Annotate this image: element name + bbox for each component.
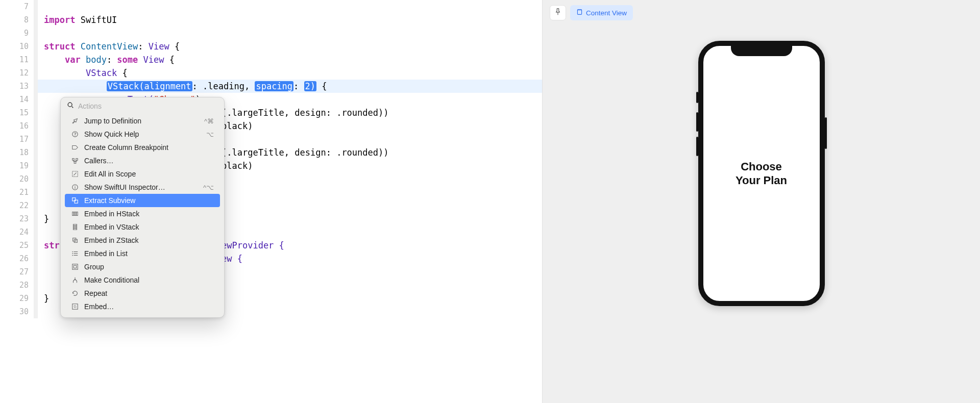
menu-item-label: Embed… <box>84 303 214 311</box>
tok: : <box>293 81 304 91</box>
brace: } <box>44 293 49 304</box>
svg-rect-5 <box>76 159 78 161</box>
line-number: 14 <box>0 93 38 106</box>
menu-search-input[interactable] <box>78 102 218 110</box>
phone-silence-switch <box>696 92 698 103</box>
line-number: 15 <box>0 106 38 119</box>
menu-item[interactable]: Callers… <box>65 154 220 167</box>
svg-rect-13 <box>72 212 74 216</box>
svg-rect-14 <box>75 212 76 216</box>
menu-item-label: Embed in ZStack <box>84 236 214 244</box>
tok: : .leading, <box>192 81 255 91</box>
code-line[interactable] <box>38 0 542 13</box>
code-line[interactable]: import SwiftUI <box>38 13 542 27</box>
menu-item[interactable]: Edit All in Scope <box>65 167 220 181</box>
menu-item-label: Make Conditional <box>84 276 214 284</box>
brace: } <box>44 214 49 224</box>
menu-item[interactable]: Embed… <box>65 300 220 313</box>
keyword: import <box>44 15 75 25</box>
menu-item-label: Create Column Breakpoint <box>84 143 214 152</box>
svg-rect-6 <box>74 162 76 164</box>
menu-item[interactable]: Jump to Definition^⌘ <box>65 114 220 128</box>
line-number: 26 <box>0 252 38 265</box>
selection: 2) <box>304 81 316 91</box>
menu-item-shortcut: ^⌥ <box>203 184 214 191</box>
svg-rect-16 <box>74 224 77 226</box>
line-number: 8 <box>0 13 38 27</box>
edit-scope-icon <box>71 170 79 178</box>
menu-item[interactable]: Embed in HStack <box>65 207 220 220</box>
chip-label: Content View <box>586 9 627 17</box>
line-number: 7 <box>0 0 38 13</box>
type-ref: View <box>143 55 164 65</box>
menu-item-shortcut: ^⌘ <box>204 117 214 125</box>
brace: { <box>316 81 327 91</box>
preview-text-line2: Your Plan <box>736 173 787 188</box>
menu-item[interactable]: Create Column Breakpoint <box>65 141 220 154</box>
repeat-icon <box>71 289 79 297</box>
line-number: 24 <box>0 225 38 239</box>
line-number: 16 <box>0 119 38 133</box>
menu-item-label: Group <box>84 263 214 271</box>
tok: stem(.largeTitle, design: .rounded)) <box>201 108 388 118</box>
definition-icon <box>71 117 79 125</box>
preview-canvas: Content View Choose Your Plan <box>542 0 980 403</box>
keyword: str <box>44 240 60 250</box>
menu-item-label: Callers… <box>84 157 214 165</box>
property: body <box>86 55 107 65</box>
line-number: 20 <box>0 172 38 186</box>
brace: { <box>169 41 180 52</box>
search-icon <box>67 102 74 110</box>
vstack-icon <box>71 223 79 231</box>
svg-rect-12 <box>75 200 78 203</box>
content-view-chip[interactable]: Content View <box>570 5 633 20</box>
code-line[interactable] <box>38 27 542 40</box>
menu-item[interactable]: Embed in List <box>65 247 220 260</box>
code-line-selected[interactable]: VStack(alignment: .leading, spacing: 2) … <box>38 80 542 93</box>
line-number: 25 <box>0 239 38 252</box>
menu-item-label: Show Quick Help <box>84 130 201 138</box>
group-icon <box>71 263 79 271</box>
code-actions-menu[interactable]: Jump to Definition^⌘Show Quick Help⌥Crea… <box>60 97 225 318</box>
line-number: 28 <box>0 279 38 292</box>
menu-item[interactable]: Repeat <box>65 287 220 300</box>
menu-item[interactable]: Show SwiftUI Inspector…^⌥ <box>65 181 220 194</box>
menu-item-label: Embed in VStack <box>84 223 214 231</box>
code-line[interactable]: struct ContentView: View { <box>38 40 542 53</box>
svg-rect-31 <box>577 10 581 11</box>
selection: spacing <box>255 81 293 91</box>
indent <box>44 81 107 91</box>
svg-rect-29 <box>72 304 78 310</box>
svg-point-26 <box>72 255 73 256</box>
line-number: 18 <box>0 146 38 159</box>
code-line[interactable]: var body: some View { <box>38 53 542 66</box>
preview-text-line1: Choose <box>741 160 782 174</box>
menu-item[interactable]: Make Conditional <box>65 273 220 287</box>
code-line[interactable]: VStack { <box>38 66 542 80</box>
svg-line-1 <box>72 107 74 108</box>
menu-item[interactable]: Show Quick Help⌥ <box>65 128 220 141</box>
code-editor[interactable]: 7891011121314151617181920212223242526272… <box>0 0 542 403</box>
inspector-icon <box>71 183 79 191</box>
indent <box>44 55 65 65</box>
punct: : <box>138 41 148 52</box>
preview-content: Choose Your Plan <box>703 46 820 301</box>
zstack-icon <box>71 236 79 244</box>
line-number: 12 <box>0 66 38 80</box>
menu-item[interactable]: Embed in ZStack <box>65 234 220 247</box>
pin-button[interactable] <box>550 5 566 20</box>
line-number: 9 <box>0 27 38 40</box>
svg-rect-28 <box>74 265 76 268</box>
line-number: 27 <box>0 265 38 279</box>
menu-item[interactable]: Group <box>65 260 220 273</box>
line-number: 23 <box>0 212 38 225</box>
brace: { <box>117 68 127 78</box>
menu-item[interactable]: Extract Subview <box>65 194 220 207</box>
menu-item[interactable]: Embed in VStack <box>65 220 220 234</box>
callers-icon <box>71 157 79 165</box>
menu-item-label: Jump to Definition <box>84 117 199 125</box>
line-number: 11 <box>0 53 38 66</box>
keyword: some <box>117 55 138 65</box>
device-preview: Choose Your Plan <box>698 41 825 306</box>
brace: { <box>164 55 175 65</box>
